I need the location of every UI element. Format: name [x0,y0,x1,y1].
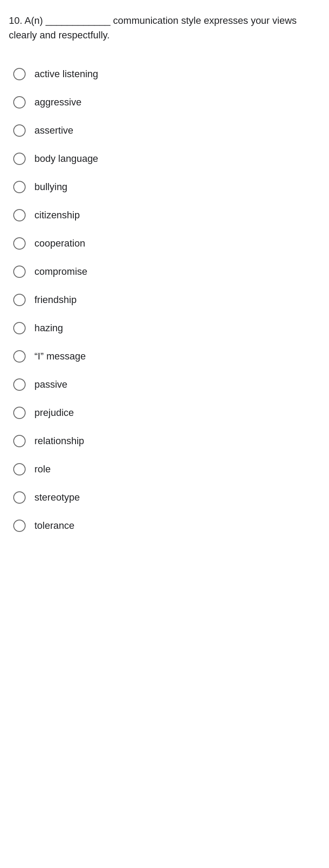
radio-circle-11[interactable] [13,350,26,363]
option-item-14[interactable]: relationship [9,427,320,455]
radio-circle-7[interactable] [13,237,26,250]
option-item-1[interactable]: active listening [9,60,320,88]
option-label-4: body language [34,153,98,165]
option-label-14: relationship [34,435,84,447]
option-item-3[interactable]: assertive [9,116,320,145]
radio-circle-2[interactable] [13,96,26,108]
option-item-4[interactable]: body language [9,145,320,173]
radio-circle-15[interactable] [13,463,26,475]
option-item-11[interactable]: “I” message [9,342,320,370]
option-label-6: citizenship [34,210,80,221]
option-item-13[interactable]: prejudice [9,399,320,427]
option-label-13: prejudice [34,407,74,419]
radio-circle-16[interactable] [13,491,26,504]
option-item-10[interactable]: hazing [9,314,320,342]
option-label-1: active listening [34,68,98,80]
radio-circle-14[interactable] [13,435,26,447]
option-item-16[interactable]: stereotype [9,483,320,512]
option-item-9[interactable]: friendship [9,286,320,314]
option-item-12[interactable]: passive [9,370,320,399]
option-label-3: assertive [34,125,73,136]
radio-circle-10[interactable] [13,322,26,334]
radio-circle-4[interactable] [13,153,26,165]
radio-circle-5[interactable] [13,181,26,193]
option-label-9: friendship [34,294,76,306]
option-label-8: compromise [34,266,87,277]
radio-circle-3[interactable] [13,124,26,137]
option-label-15: role [34,464,51,475]
option-label-2: aggressive [34,97,81,108]
option-item-7[interactable]: cooperation [9,229,320,258]
option-label-5: bullying [34,181,68,193]
option-label-7: cooperation [34,238,85,249]
radio-circle-1[interactable] [13,68,26,80]
question-text: 10. A(n) ____________ communication styl… [9,13,320,42]
options-list: active listeningaggressiveassertivebody … [9,60,320,540]
option-item-17[interactable]: tolerance [9,512,320,540]
option-label-11: “I” message [34,351,86,362]
radio-circle-6[interactable] [13,209,26,221]
radio-circle-17[interactable] [13,520,26,532]
option-label-12: passive [34,379,68,390]
option-item-15[interactable]: role [9,455,320,483]
radio-circle-9[interactable] [13,294,26,306]
option-label-16: stereotype [34,492,80,503]
option-item-2[interactable]: aggressive [9,88,320,116]
radio-circle-12[interactable] [13,378,26,391]
radio-circle-13[interactable] [13,407,26,419]
option-item-8[interactable]: compromise [9,258,320,286]
option-item-6[interactable]: citizenship [9,201,320,229]
radio-circle-8[interactable] [13,266,26,278]
option-item-5[interactable]: bullying [9,173,320,201]
option-label-17: tolerance [34,520,75,531]
option-label-10: hazing [34,322,63,334]
